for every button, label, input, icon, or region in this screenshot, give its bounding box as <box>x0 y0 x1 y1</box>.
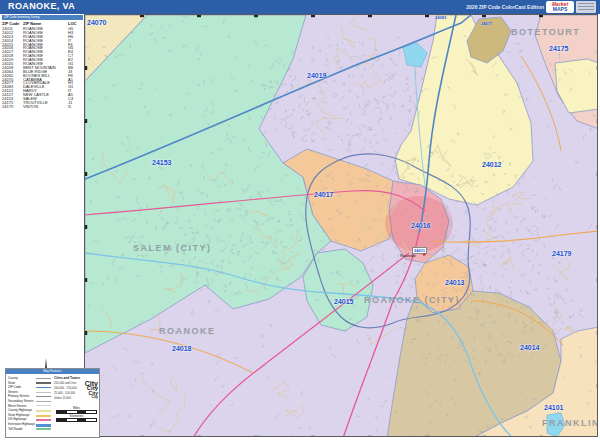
zip-label: 24077 <box>481 21 492 26</box>
map-viewport[interactable]: 2407024153240192401724012240162401324014… <box>84 14 598 437</box>
city-marker-icon: ★ <box>422 251 426 257</box>
logo-text-2: MAPS <box>553 7 567 12</box>
zip-label: 24175 <box>549 45 568 52</box>
legend-title: Map Features <box>6 369 99 374</box>
map-legend: Map Features CountyStateZIP CodeStreetsP… <box>5 368 100 438</box>
zip-label: 24179 <box>552 250 571 257</box>
edition-label: 2026 ZIP Code ColorCast Edition <box>466 4 544 10</box>
county-label: ROANOKE <box>159 326 216 336</box>
zip-label: 24070 <box>87 19 106 26</box>
county-label: FRANKLIN <box>542 418 598 428</box>
legend-feature-list: CountyStateZIP CodeStreetsPrimary Street… <box>8 376 52 431</box>
zip-label: 24016 <box>411 222 430 229</box>
zip-regions <box>85 15 598 437</box>
city-label: Roanoke <box>400 253 416 258</box>
zip-table-header: ZIP Code ZIP Name LOC <box>2 21 81 25</box>
map-canvas <box>85 15 598 437</box>
page-title: ROANOKE, VA <box>8 1 75 11</box>
county-label: SALEM (CITY) <box>133 243 212 253</box>
zip-label: 24101 <box>544 404 563 411</box>
zip-label: 24015 <box>334 298 353 305</box>
zip-label: 24083 <box>435 15 446 20</box>
county-label: ROANOKE (CITY) <box>364 295 460 305</box>
marketmaps-logo: Market MAPS <box>546 1 574 13</box>
legend-feature-row: Toll Roads <box>8 427 52 432</box>
legend-city-row: Under 25,000City <box>54 395 99 400</box>
zip-table-title: ZIP Code Inventory Listing <box>2 15 83 20</box>
zip-label: 24018 <box>172 345 191 352</box>
title-bar: ROANOKE, VA 2026 ZIP Code ColorCast Edit… <box>0 0 600 14</box>
zip-label: 24013 <box>445 279 464 286</box>
legend-cities: Cities and Towns 250,000 and OverCity100… <box>54 376 99 400</box>
zip-label: 24019 <box>307 72 326 79</box>
scale-bars: Miles Kilometers <box>54 406 99 422</box>
zip-label: 24012 <box>482 161 501 168</box>
scale-bar-km <box>56 418 97 422</box>
zip-label: 24017 <box>314 191 333 198</box>
logo-detail-box <box>576 1 596 13</box>
table-row: 24179VINTONI5 <box>2 104 81 108</box>
zip-label: 24014 <box>520 344 539 351</box>
county-label: BOTETOURT <box>511 27 580 37</box>
zip-label: 24153 <box>152 159 171 166</box>
zip-table-rows: 24011ROANOKEG524012ROANOKEH324013ROANOKE… <box>2 26 81 108</box>
